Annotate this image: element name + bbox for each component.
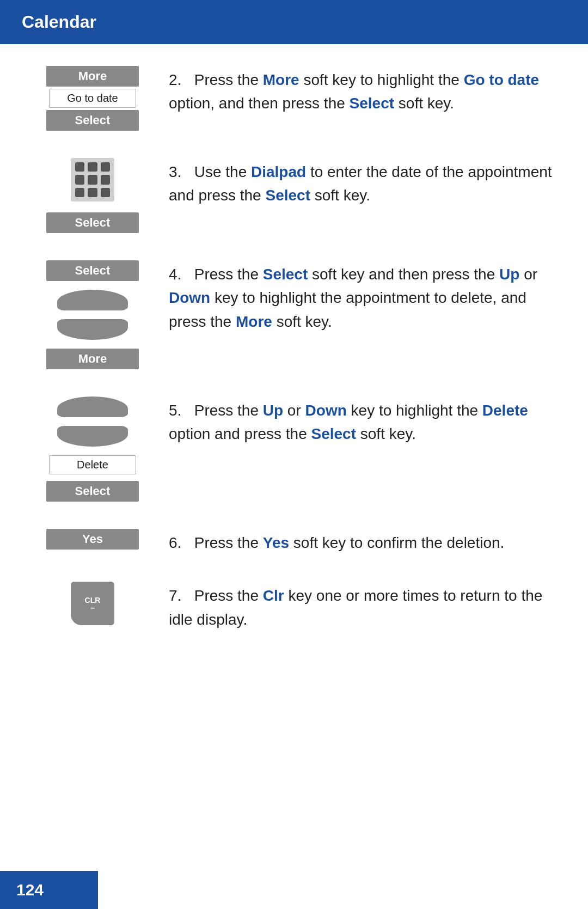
dialpad-icon [71,158,114,202]
nav-up-key-1 [57,290,128,310]
nav-up-key-2 [57,396,128,417]
step-6-text: 6. Press the Yes soft key to confirm the… [169,529,555,554]
step-6-row: Yes 6. Press the Yes soft key to confirm… [33,529,555,554]
step-3-text-1: Use the [194,163,251,180]
step-7-row: CLR ⬅ 7. Press the Clr key one or more t… [33,582,555,631]
step-5-num: 5. [169,402,190,419]
clr-icon-label: CLR [85,596,101,605]
step-4-text-1: Press the [194,266,263,283]
nav-down-key-1 [57,319,128,340]
clr-key-icon: CLR ⬅ [71,582,114,625]
step-4-text-5: soft key. [272,313,332,330]
step-3-icons: Select [33,158,152,233]
more-softkey-1: More [46,66,139,87]
dialpad-dot [101,175,110,184]
dialpad-dot [75,188,84,197]
step-5-text-4: option and press the [169,425,311,442]
step-5-text-2: or [283,402,305,419]
step-2-text-2: soft key to highlight the [299,71,464,88]
step-2-text-1: Press the [194,71,263,88]
step-2-icons: More Go to date Select [33,66,152,131]
dialpad-dot [75,175,84,184]
select-softkey-2: Select [46,212,139,233]
page-footer: 124 [0,871,98,909]
delete-option: Delete [49,455,136,474]
step-7-clr: Clr [263,587,284,604]
dialpad-dot [88,188,97,197]
step-4-icons: Select More [33,260,152,369]
step-5-icons: Delete Select [33,396,152,502]
step-5-text: 5. Press the Up or Down key to highlight… [169,396,555,446]
step-2-text-4: soft key. [394,95,454,112]
step-3-row: Select 3. Use the Dialpad to enter the d… [33,158,555,233]
step-3-dialpad: Dialpad [251,163,306,180]
dialpad-dot [101,162,110,172]
step-5-select: Select [311,425,357,442]
step-7-num: 7. [169,587,190,604]
step-6-text-1: Press the [194,534,263,551]
dialpad-dot [88,175,97,184]
step-2-num: 2. [169,71,190,88]
step-3-num: 3. [169,163,190,180]
dialpad-dot [88,162,97,172]
step-4-up: Up [499,266,519,283]
dialpad-dot [75,162,84,172]
step-7-text-1: Press the [194,587,263,604]
step-7-icons: CLR ⬅ [33,582,152,625]
step-6-num: 6. [169,534,190,551]
step-4-text: 4. Press the Select soft key and then pr… [169,260,555,333]
clr-icon-sub: ⬅ [90,605,95,611]
step-6-text-2: soft key to confirm the deletion. [289,534,504,551]
step-5-text-1: Press the [194,402,263,419]
step-4-num: 4. [169,266,190,283]
page-content: More Go to date Select 2. Press the More… [0,44,588,680]
more-softkey-2: More [46,349,139,369]
page-number: 124 [16,881,44,899]
step-3-text: 3. Use the Dialpad to enter the date of … [169,158,555,208]
step-4-text-3: or [519,266,537,283]
step-5-text-5: soft key. [356,425,416,442]
step-2-goto: Go to date [464,71,539,88]
step-4-down: Down [169,289,210,306]
step-5-up: Up [263,402,283,419]
step-5-delete: Delete [482,402,528,419]
step-5-text-3: key to highlight the [347,402,482,419]
step-4-text-4: key to highlight the appointment to dele… [169,289,526,330]
step-4-row: Select More 4. Press the Select soft key… [33,260,555,369]
nav-down-key-2 [57,426,128,447]
step-4-more: More [236,313,272,330]
yes-softkey: Yes [46,529,139,550]
dialpad-dot [101,188,110,197]
goto-date-option: Go to date [49,89,136,108]
step-2-row: More Go to date Select 2. Press the More… [33,66,555,131]
page-title: Calendar [22,12,96,32]
step-3-text-3: soft key. [310,187,370,204]
step-3-select: Select [265,187,310,204]
step-6-icons: Yes [33,529,152,550]
step-2-more: More [263,71,299,88]
select-softkey-3: Select [46,260,139,281]
select-softkey-4: Select [46,481,139,502]
step-2-text-3: option, and then press the [169,95,350,112]
page-header: Calendar [0,0,588,44]
step-4-select: Select [263,266,308,283]
step-2-select: Select [350,95,395,112]
step-2-text: 2. Press the More soft key to highlight … [169,66,555,115]
step-6-yes: Yes [263,534,289,551]
step-5-row: Delete Select 5. Press the Up or Down ke… [33,396,555,502]
step-5-down: Down [305,402,347,419]
step-7-text: 7. Press the Clr key one or more times t… [169,582,555,631]
select-softkey-1: Select [46,110,139,131]
step-4-text-2: soft key and then press the [308,266,499,283]
